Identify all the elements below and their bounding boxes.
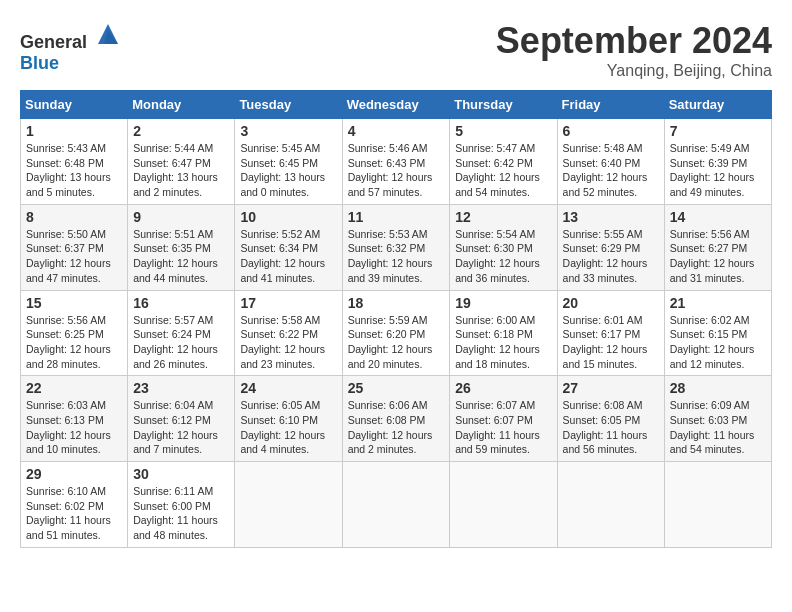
day-number: 2: [133, 123, 229, 139]
day-number: 20: [563, 295, 659, 311]
day-detail: Sunrise: 6:08 AM Sunset: 6:05 PM Dayligh…: [563, 398, 659, 457]
day-detail: Sunrise: 5:57 AM Sunset: 6:24 PM Dayligh…: [133, 313, 229, 372]
day-detail: Sunrise: 5:55 AM Sunset: 6:29 PM Dayligh…: [563, 227, 659, 286]
day-number: 15: [26, 295, 122, 311]
day-number: 1: [26, 123, 122, 139]
calendar-cell: 2 Sunrise: 5:44 AM Sunset: 6:47 PM Dayli…: [128, 119, 235, 205]
calendar-cell: 14 Sunrise: 5:56 AM Sunset: 6:27 PM Dayl…: [664, 204, 771, 290]
calendar-week-1: 1 Sunrise: 5:43 AM Sunset: 6:48 PM Dayli…: [21, 119, 772, 205]
day-number: 14: [670, 209, 766, 225]
day-number: 17: [240, 295, 336, 311]
calendar-cell: 26 Sunrise: 6:07 AM Sunset: 6:07 PM Dayl…: [450, 376, 557, 462]
calendar-cell: 23 Sunrise: 6:04 AM Sunset: 6:12 PM Dayl…: [128, 376, 235, 462]
col-thursday: Thursday: [450, 91, 557, 119]
calendar-cell: 8 Sunrise: 5:50 AM Sunset: 6:37 PM Dayli…: [21, 204, 128, 290]
day-number: 16: [133, 295, 229, 311]
day-detail: Sunrise: 5:46 AM Sunset: 6:43 PM Dayligh…: [348, 141, 445, 200]
calendar-cell: 1 Sunrise: 5:43 AM Sunset: 6:48 PM Dayli…: [21, 119, 128, 205]
col-tuesday: Tuesday: [235, 91, 342, 119]
day-number: 23: [133, 380, 229, 396]
day-number: 3: [240, 123, 336, 139]
calendar-cell: 13 Sunrise: 5:55 AM Sunset: 6:29 PM Dayl…: [557, 204, 664, 290]
day-number: 21: [670, 295, 766, 311]
title-area: September 2024 Yanqing, Beijing, China: [496, 20, 772, 80]
calendar-cell: 24 Sunrise: 6:05 AM Sunset: 6:10 PM Dayl…: [235, 376, 342, 462]
col-saturday: Saturday: [664, 91, 771, 119]
header-row: Sunday Monday Tuesday Wednesday Thursday…: [21, 91, 772, 119]
day-detail: Sunrise: 6:02 AM Sunset: 6:15 PM Dayligh…: [670, 313, 766, 372]
day-detail: Sunrise: 6:04 AM Sunset: 6:12 PM Dayligh…: [133, 398, 229, 457]
day-number: 9: [133, 209, 229, 225]
day-detail: Sunrise: 5:49 AM Sunset: 6:39 PM Dayligh…: [670, 141, 766, 200]
calendar-cell: [342, 462, 450, 548]
day-number: 5: [455, 123, 551, 139]
calendar-week-5: 29 Sunrise: 6:10 AM Sunset: 6:02 PM Dayl…: [21, 462, 772, 548]
calendar-cell: 15 Sunrise: 5:56 AM Sunset: 6:25 PM Dayl…: [21, 290, 128, 376]
calendar-cell: 12 Sunrise: 5:54 AM Sunset: 6:30 PM Dayl…: [450, 204, 557, 290]
day-detail: Sunrise: 5:48 AM Sunset: 6:40 PM Dayligh…: [563, 141, 659, 200]
day-detail: Sunrise: 6:03 AM Sunset: 6:13 PM Dayligh…: [26, 398, 122, 457]
calendar-cell: 20 Sunrise: 6:01 AM Sunset: 6:17 PM Dayl…: [557, 290, 664, 376]
col-sunday: Sunday: [21, 91, 128, 119]
calendar-cell: 19 Sunrise: 6:00 AM Sunset: 6:18 PM Dayl…: [450, 290, 557, 376]
day-detail: Sunrise: 6:01 AM Sunset: 6:17 PM Dayligh…: [563, 313, 659, 372]
day-number: 19: [455, 295, 551, 311]
day-detail: Sunrise: 5:47 AM Sunset: 6:42 PM Dayligh…: [455, 141, 551, 200]
day-detail: Sunrise: 6:05 AM Sunset: 6:10 PM Dayligh…: [240, 398, 336, 457]
logo: General Blue: [20, 20, 122, 74]
day-number: 27: [563, 380, 659, 396]
col-monday: Monday: [128, 91, 235, 119]
calendar-cell: 28 Sunrise: 6:09 AM Sunset: 6:03 PM Dayl…: [664, 376, 771, 462]
day-number: 12: [455, 209, 551, 225]
logo-text: General Blue: [20, 20, 122, 74]
calendar-cell: 21 Sunrise: 6:02 AM Sunset: 6:15 PM Dayl…: [664, 290, 771, 376]
day-number: 6: [563, 123, 659, 139]
calendar-cell: 22 Sunrise: 6:03 AM Sunset: 6:13 PM Dayl…: [21, 376, 128, 462]
logo-general: General: [20, 32, 87, 52]
logo-blue: Blue: [20, 53, 59, 73]
month-title: September 2024: [496, 20, 772, 62]
day-detail: Sunrise: 5:44 AM Sunset: 6:47 PM Dayligh…: [133, 141, 229, 200]
day-detail: Sunrise: 6:10 AM Sunset: 6:02 PM Dayligh…: [26, 484, 122, 543]
calendar-cell: 7 Sunrise: 5:49 AM Sunset: 6:39 PM Dayli…: [664, 119, 771, 205]
calendar-cell: [557, 462, 664, 548]
calendar-week-4: 22 Sunrise: 6:03 AM Sunset: 6:13 PM Dayl…: [21, 376, 772, 462]
day-detail: Sunrise: 5:52 AM Sunset: 6:34 PM Dayligh…: [240, 227, 336, 286]
day-number: 13: [563, 209, 659, 225]
day-detail: Sunrise: 5:51 AM Sunset: 6:35 PM Dayligh…: [133, 227, 229, 286]
calendar-cell: 5 Sunrise: 5:47 AM Sunset: 6:42 PM Dayli…: [450, 119, 557, 205]
day-detail: Sunrise: 5:50 AM Sunset: 6:37 PM Dayligh…: [26, 227, 122, 286]
logo-icon: [94, 20, 122, 48]
day-number: 22: [26, 380, 122, 396]
day-detail: Sunrise: 5:56 AM Sunset: 6:27 PM Dayligh…: [670, 227, 766, 286]
calendar-cell: [450, 462, 557, 548]
calendar-week-2: 8 Sunrise: 5:50 AM Sunset: 6:37 PM Dayli…: [21, 204, 772, 290]
calendar-cell: 18 Sunrise: 5:59 AM Sunset: 6:20 PM Dayl…: [342, 290, 450, 376]
calendar-cell: 4 Sunrise: 5:46 AM Sunset: 6:43 PM Dayli…: [342, 119, 450, 205]
day-number: 29: [26, 466, 122, 482]
calendar-cell: [235, 462, 342, 548]
day-number: 11: [348, 209, 445, 225]
day-detail: Sunrise: 5:56 AM Sunset: 6:25 PM Dayligh…: [26, 313, 122, 372]
calendar-cell: 16 Sunrise: 5:57 AM Sunset: 6:24 PM Dayl…: [128, 290, 235, 376]
day-number: 25: [348, 380, 445, 396]
day-number: 4: [348, 123, 445, 139]
day-detail: Sunrise: 5:53 AM Sunset: 6:32 PM Dayligh…: [348, 227, 445, 286]
calendar-cell: 29 Sunrise: 6:10 AM Sunset: 6:02 PM Dayl…: [21, 462, 128, 548]
day-detail: Sunrise: 5:43 AM Sunset: 6:48 PM Dayligh…: [26, 141, 122, 200]
calendar-cell: 17 Sunrise: 5:58 AM Sunset: 6:22 PM Dayl…: [235, 290, 342, 376]
calendar-cell: 6 Sunrise: 5:48 AM Sunset: 6:40 PM Dayli…: [557, 119, 664, 205]
day-detail: Sunrise: 5:59 AM Sunset: 6:20 PM Dayligh…: [348, 313, 445, 372]
day-number: 30: [133, 466, 229, 482]
day-number: 10: [240, 209, 336, 225]
location-title: Yanqing, Beijing, China: [496, 62, 772, 80]
day-detail: Sunrise: 5:45 AM Sunset: 6:45 PM Dayligh…: [240, 141, 336, 200]
day-number: 28: [670, 380, 766, 396]
page-header: General Blue September 2024 Yanqing, Bei…: [20, 20, 772, 80]
day-detail: Sunrise: 5:58 AM Sunset: 6:22 PM Dayligh…: [240, 313, 336, 372]
calendar-cell: 3 Sunrise: 5:45 AM Sunset: 6:45 PM Dayli…: [235, 119, 342, 205]
calendar-cell: 11 Sunrise: 5:53 AM Sunset: 6:32 PM Dayl…: [342, 204, 450, 290]
calendar-cell: 27 Sunrise: 6:08 AM Sunset: 6:05 PM Dayl…: [557, 376, 664, 462]
day-number: 8: [26, 209, 122, 225]
day-detail: Sunrise: 6:11 AM Sunset: 6:00 PM Dayligh…: [133, 484, 229, 543]
